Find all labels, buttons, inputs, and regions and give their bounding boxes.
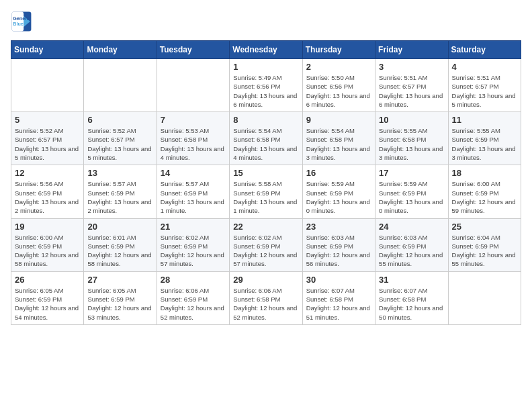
calendar-cell: 30Sunrise: 6:07 AM Sunset: 6:58 PM Dayli… xyxy=(302,271,375,324)
day-info: Sunrise: 6:00 AM Sunset: 6:59 PM Dayligh… xyxy=(452,179,517,215)
calendar-cell: 27Sunrise: 6:05 AM Sunset: 6:59 PM Dayli… xyxy=(84,271,157,324)
day-number: 13 xyxy=(87,168,152,178)
calendar-cell: 14Sunrise: 5:57 AM Sunset: 6:59 PM Dayli… xyxy=(157,165,229,218)
day-info: Sunrise: 5:50 AM Sunset: 6:56 PM Dayligh… xyxy=(306,73,371,109)
calendar-cell: 22Sunrise: 6:02 AM Sunset: 6:59 PM Dayli… xyxy=(230,218,302,271)
logo-icon: General Blue xyxy=(11,11,32,32)
calendar-cell: 10Sunrise: 5:55 AM Sunset: 6:58 PM Dayli… xyxy=(375,112,448,165)
day-number: 2 xyxy=(306,62,371,72)
calendar-cell: 9Sunrise: 5:54 AM Sunset: 6:58 PM Daylig… xyxy=(302,112,375,165)
calendar-cell: 19Sunrise: 6:00 AM Sunset: 6:59 PM Dayli… xyxy=(11,218,84,271)
day-info: Sunrise: 5:55 AM Sunset: 6:59 PM Dayligh… xyxy=(452,126,517,162)
day-info: Sunrise: 5:58 AM Sunset: 6:59 PM Dayligh… xyxy=(233,179,298,215)
weekday-header-tuesday: Tuesday xyxy=(157,41,229,59)
day-info: Sunrise: 5:59 AM Sunset: 6:59 PM Dayligh… xyxy=(306,179,371,215)
day-number: 21 xyxy=(161,222,226,232)
day-info: Sunrise: 6:06 AM Sunset: 6:59 PM Dayligh… xyxy=(161,286,226,322)
calendar-cell xyxy=(84,59,157,112)
calendar-cell: 8Sunrise: 5:54 AM Sunset: 6:58 PM Daylig… xyxy=(230,112,302,165)
svg-text:General: General xyxy=(13,15,31,21)
day-info: Sunrise: 5:54 AM Sunset: 6:58 PM Dayligh… xyxy=(306,126,371,162)
day-info: Sunrise: 6:04 AM Sunset: 6:59 PM Dayligh… xyxy=(452,233,517,269)
calendar-cell: 24Sunrise: 6:03 AM Sunset: 6:59 PM Dayli… xyxy=(375,218,448,271)
calendar-cell: 7Sunrise: 5:53 AM Sunset: 6:58 PM Daylig… xyxy=(157,112,229,165)
day-info: Sunrise: 5:54 AM Sunset: 6:58 PM Dayligh… xyxy=(233,126,298,162)
day-info: Sunrise: 6:05 AM Sunset: 6:59 PM Dayligh… xyxy=(15,286,80,322)
day-number: 12 xyxy=(15,168,80,178)
calendar-cell xyxy=(157,59,229,112)
day-number: 16 xyxy=(306,168,371,178)
day-info: Sunrise: 5:52 AM Sunset: 6:57 PM Dayligh… xyxy=(15,126,80,162)
day-info: Sunrise: 6:02 AM Sunset: 6:59 PM Dayligh… xyxy=(161,233,226,269)
day-number: 3 xyxy=(379,62,444,72)
day-number: 7 xyxy=(161,115,226,125)
calendar-table: SundayMondayTuesdayWednesdayThursdayFrid… xyxy=(11,40,521,325)
day-number: 5 xyxy=(15,115,80,125)
calendar-cell: 11Sunrise: 5:55 AM Sunset: 6:59 PM Dayli… xyxy=(448,112,521,165)
calendar-cell: 6Sunrise: 5:52 AM Sunset: 6:57 PM Daylig… xyxy=(84,112,157,165)
week-row-3: 12Sunrise: 5:56 AM Sunset: 6:59 PM Dayli… xyxy=(11,165,521,218)
day-info: Sunrise: 5:49 AM Sunset: 6:56 PM Dayligh… xyxy=(233,73,298,109)
day-info: Sunrise: 5:59 AM Sunset: 6:59 PM Dayligh… xyxy=(379,179,444,215)
week-row-4: 19Sunrise: 6:00 AM Sunset: 6:59 PM Dayli… xyxy=(11,218,521,271)
day-number: 15 xyxy=(233,168,298,178)
weekday-header-thursday: Thursday xyxy=(302,41,375,59)
calendar-cell: 18Sunrise: 6:00 AM Sunset: 6:59 PM Dayli… xyxy=(448,165,521,218)
page-header: General Blue xyxy=(11,11,521,32)
day-number: 26 xyxy=(15,275,80,285)
calendar-cell: 3Sunrise: 5:51 AM Sunset: 6:57 PM Daylig… xyxy=(375,59,448,112)
day-number: 28 xyxy=(161,275,226,285)
day-info: Sunrise: 6:00 AM Sunset: 6:59 PM Dayligh… xyxy=(15,233,80,269)
day-number: 22 xyxy=(233,222,298,232)
day-number: 9 xyxy=(306,115,371,125)
weekday-header-monday: Monday xyxy=(84,41,157,59)
day-number: 27 xyxy=(87,275,152,285)
calendar-cell: 28Sunrise: 6:06 AM Sunset: 6:59 PM Dayli… xyxy=(157,271,229,324)
day-info: Sunrise: 5:57 AM Sunset: 6:59 PM Dayligh… xyxy=(87,179,152,215)
weekday-header-sunday: Sunday xyxy=(11,41,84,59)
day-number: 30 xyxy=(306,275,371,285)
day-info: Sunrise: 6:01 AM Sunset: 6:59 PM Dayligh… xyxy=(87,233,152,269)
calendar-cell: 5Sunrise: 5:52 AM Sunset: 6:57 PM Daylig… xyxy=(11,112,84,165)
week-row-5: 26Sunrise: 6:05 AM Sunset: 6:59 PM Dayli… xyxy=(11,271,521,324)
calendar-cell: 1Sunrise: 5:49 AM Sunset: 6:56 PM Daylig… xyxy=(230,59,302,112)
day-info: Sunrise: 6:07 AM Sunset: 6:58 PM Dayligh… xyxy=(306,286,371,322)
calendar-cell: 29Sunrise: 6:06 AM Sunset: 6:58 PM Dayli… xyxy=(230,271,302,324)
day-info: Sunrise: 6:05 AM Sunset: 6:59 PM Dayligh… xyxy=(87,286,152,322)
day-number: 4 xyxy=(452,62,517,72)
weekday-header-wednesday: Wednesday xyxy=(230,41,302,59)
day-number: 17 xyxy=(379,168,444,178)
weekday-header-saturday: Saturday xyxy=(448,41,521,59)
calendar-cell: 2Sunrise: 5:50 AM Sunset: 6:56 PM Daylig… xyxy=(302,59,375,112)
weekday-header-friday: Friday xyxy=(375,41,448,59)
week-row-1: 1Sunrise: 5:49 AM Sunset: 6:56 PM Daylig… xyxy=(11,59,521,112)
calendar-cell: 12Sunrise: 5:56 AM Sunset: 6:59 PM Dayli… xyxy=(11,165,84,218)
week-row-2: 5Sunrise: 5:52 AM Sunset: 6:57 PM Daylig… xyxy=(11,112,521,165)
day-number: 1 xyxy=(233,62,298,72)
weekday-header-row: SundayMondayTuesdayWednesdayThursdayFrid… xyxy=(11,41,521,59)
calendar-cell: 13Sunrise: 5:57 AM Sunset: 6:59 PM Dayli… xyxy=(84,165,157,218)
day-info: Sunrise: 5:55 AM Sunset: 6:58 PM Dayligh… xyxy=(379,126,444,162)
calendar-cell: 16Sunrise: 5:59 AM Sunset: 6:59 PM Dayli… xyxy=(302,165,375,218)
calendar-cell: 26Sunrise: 6:05 AM Sunset: 6:59 PM Dayli… xyxy=(11,271,84,324)
day-info: Sunrise: 5:51 AM Sunset: 6:57 PM Dayligh… xyxy=(379,73,444,109)
day-number: 25 xyxy=(452,222,517,232)
day-number: 23 xyxy=(306,222,371,232)
logo: General Blue xyxy=(11,11,32,32)
calendar-cell: 17Sunrise: 5:59 AM Sunset: 6:59 PM Dayli… xyxy=(375,165,448,218)
day-number: 29 xyxy=(233,275,298,285)
day-number: 11 xyxy=(452,115,517,125)
day-info: Sunrise: 6:06 AM Sunset: 6:58 PM Dayligh… xyxy=(233,286,298,322)
day-number: 10 xyxy=(379,115,444,125)
day-info: Sunrise: 6:03 AM Sunset: 6:59 PM Dayligh… xyxy=(306,233,371,269)
calendar-cell: 25Sunrise: 6:04 AM Sunset: 6:59 PM Dayli… xyxy=(448,218,521,271)
day-info: Sunrise: 5:51 AM Sunset: 6:57 PM Dayligh… xyxy=(452,73,517,109)
calendar-cell xyxy=(11,59,84,112)
svg-text:Blue: Blue xyxy=(13,21,24,27)
day-info: Sunrise: 6:07 AM Sunset: 6:58 PM Dayligh… xyxy=(379,286,444,322)
day-info: Sunrise: 6:03 AM Sunset: 6:59 PM Dayligh… xyxy=(379,233,444,269)
day-number: 14 xyxy=(161,168,226,178)
day-number: 19 xyxy=(15,222,80,232)
day-number: 31 xyxy=(379,275,444,285)
day-number: 18 xyxy=(452,168,517,178)
